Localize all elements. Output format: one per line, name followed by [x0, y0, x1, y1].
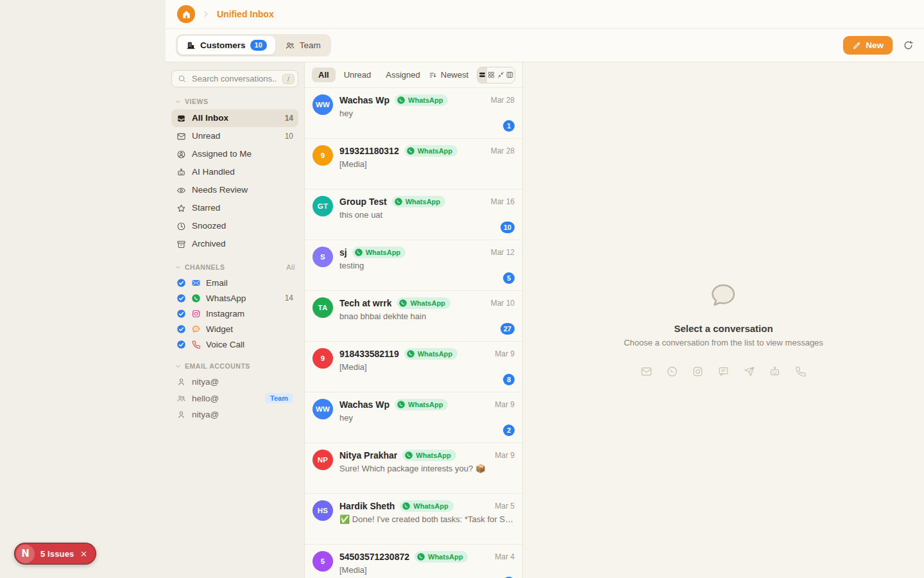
channels-section-header[interactable]: CHANNELS All [175, 263, 295, 271]
people-icon [285, 40, 295, 51]
sidebar-view-ai-handled[interactable]: AI Handled [171, 163, 298, 181]
sidebar: / VIEWS All Inbox14Unread10Assigned to M… [166, 62, 305, 578]
sidebar-view-starred[interactable]: Starred [171, 199, 298, 217]
avatar: GT [312, 196, 333, 216]
email-account-item[interactable]: nitya@ [171, 407, 298, 423]
whatsapp-icon [397, 400, 406, 409]
check-circle-icon [176, 324, 186, 334]
conversation-item[interactable]: 9919321180312WhatsAppMar 28[Media] [305, 139, 522, 189]
sidebar-channel-voice-call[interactable]: Voice Call [171, 337, 298, 352]
phone-icon [794, 365, 807, 378]
kanban-view-button[interactable] [506, 67, 515, 83]
conversation-name: Hardik Sheth [339, 501, 395, 511]
search-input[interactable] [191, 73, 278, 84]
chevron-down-icon [175, 98, 182, 105]
home-button[interactable] [177, 5, 195, 23]
home-icon [182, 10, 191, 19]
whatsapp-icon [398, 299, 407, 308]
filter-all[interactable]: All [312, 67, 336, 82]
mail-icon [176, 132, 186, 141]
views-section-header[interactable]: VIEWS [175, 98, 295, 105]
tab-team-label: Team [300, 40, 321, 50]
channel-check-icon[interactable] [176, 278, 186, 288]
sidebar-channel-instagram[interactable]: Instagram [171, 306, 298, 321]
search-box[interactable]: / [171, 70, 298, 87]
close-icon[interactable] [80, 550, 88, 558]
conversation-preview: testing [339, 261, 515, 270]
conversation-list-panel: AllUnreadAssigned Newest WWWachas WpWhat… [305, 62, 523, 578]
avatar: WW [312, 399, 333, 419]
mail-icon [640, 365, 653, 378]
sidebar-view-needs-review[interactable]: Needs Review [171, 181, 298, 199]
channel-check-icon[interactable] [176, 309, 186, 319]
conversation-item[interactable]: 554503571230872WhatsAppMar 4[Media] [305, 545, 522, 578]
chevron-down-icon [175, 98, 182, 105]
new-button[interactable]: New [843, 36, 893, 55]
filter-assigned[interactable]: Assigned [379, 67, 426, 82]
whatsapp-channel-badge: WhatsApp [404, 348, 458, 360]
conversation-name: 54503571230872 [339, 552, 409, 562]
sidebar-view-archived[interactable]: Archived [171, 235, 298, 253]
tab-customers[interactable]: Customers 10 [178, 36, 275, 55]
whatsapp-icon [354, 248, 363, 257]
whatsapp-icon [406, 146, 415, 155]
pencil-icon [852, 41, 861, 50]
sidebar-view-assigned-to-me[interactable]: Assigned to Me [171, 145, 298, 163]
sidebar-view-snoozed[interactable]: Snoozed [171, 217, 298, 235]
tab-team[interactable]: Team [277, 36, 329, 55]
email-accounts-section-header[interactable]: EMAIL ACCOUNTS [175, 362, 295, 370]
whatsapp-channel-badge: WhatsApp [400, 500, 453, 512]
conversation-item[interactable]: 9918433582119WhatsAppMar 9[Media]8 [305, 342, 522, 392]
conversation-item[interactable]: TATech at wrrkWhatsAppMar 10bnao bhbai d… [305, 291, 522, 342]
sidebar-view-all-inbox[interactable]: All Inbox14 [171, 109, 298, 127]
conversation-item[interactable]: GTGroup TestWhatsAppMar 16this one uat10 [305, 189, 522, 240]
search-shortcut-key: / [282, 74, 295, 84]
send-icon [743, 365, 755, 378]
conversation-item[interactable]: WWWachas WpWhatsAppMar 28hey1 [305, 88, 522, 139]
email-account-item[interactable]: hello@Team [171, 390, 298, 407]
robot-icon [176, 168, 186, 177]
email-accounts-header-label: EMAIL ACCOUNTS [185, 362, 250, 370]
conversation-preview: this one uat [339, 210, 515, 220]
conversation-item[interactable]: SsjWhatsAppMar 12testing5 [305, 240, 522, 291]
view-rows-icon [478, 71, 486, 79]
channel-check-icon[interactable] [176, 324, 186, 334]
avatar: NP [312, 450, 333, 470]
voice-phone-icon [191, 340, 201, 349]
sidebar-channel-email[interactable]: Email [171, 275, 298, 290]
sort-button[interactable]: Newest [429, 70, 468, 80]
sidebar-channel-widget[interactable]: Widget [171, 321, 298, 337]
team-icon [176, 394, 186, 403]
conversation-preview: hey [339, 109, 515, 118]
whatsapp-icon [397, 96, 406, 105]
refresh-icon [903, 40, 914, 51]
refresh-button[interactable] [903, 40, 914, 51]
new-button-label: New [866, 40, 884, 50]
building-icon [186, 40, 196, 50]
person-icon [176, 410, 186, 419]
sidebar-view-unread[interactable]: Unread10 [171, 127, 298, 145]
conversation-list[interactable]: WWWachas WpWhatsAppMar 28hey199193211803… [305, 88, 522, 578]
conversation-preview: Sure! Which package interests you? 📦 [339, 464, 515, 473]
conversation-name: Tech at wrrk [339, 298, 391, 308]
email-blue-icon [191, 278, 201, 288]
sidebar-channel-whatsapp[interactable]: WhatsApp14 [171, 290, 298, 306]
account-label: nitya@ [192, 377, 219, 387]
channel-check-icon[interactable] [176, 340, 186, 349]
avatar: S [312, 247, 333, 267]
grid-view-button[interactable] [487, 67, 496, 83]
channel-type-icon [191, 278, 201, 288]
collapse-view-button[interactable] [496, 67, 505, 83]
email-account-item[interactable]: nitya@ [171, 374, 298, 390]
filter-unread[interactable]: Unread [338, 67, 378, 82]
nextjs-logo: N [16, 545, 35, 563]
conversation-item[interactable]: NPNitya PrakharWhatsAppMar 9Sure! Which … [305, 443, 522, 494]
conversation-item[interactable]: WWWachas WpWhatsAppMar 9hey2 [305, 392, 522, 443]
channels-all-button[interactable]: All [286, 263, 295, 271]
conversation-item[interactable]: HSHardik ShethWhatsAppMar 5✅ Done! I've … [305, 494, 522, 545]
list-view-button[interactable] [477, 67, 486, 83]
clock-icon [176, 222, 186, 231]
channel-check-icon[interactable] [176, 293, 186, 303]
issues-indicator[interactable]: N 5 Issues [14, 543, 96, 565]
channels-header-label: CHANNELS [185, 263, 225, 271]
